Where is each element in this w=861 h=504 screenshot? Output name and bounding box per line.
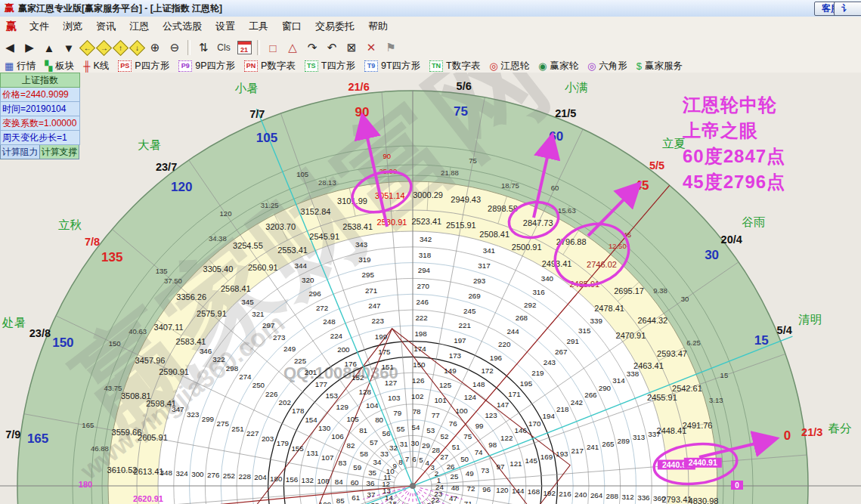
svg-text:31: 31	[400, 440, 408, 448]
calc-resistance-button[interactable]: 计算阻力	[0, 145, 40, 159]
svg-text:21/3: 21/3	[801, 426, 822, 438]
board-icon[interactable]: ⚑	[382, 39, 400, 57]
square-tool-icon[interactable]: □	[264, 39, 282, 57]
quote-button[interactable]: ▦行情	[2, 60, 39, 73]
svg-text:2538.41: 2538.41	[342, 222, 373, 231]
winner-wheel-button[interactable]: ◉赢家轮	[535, 60, 581, 73]
menu-bar: 赢 文件浏览资讯江恩公式选股设置工具窗口交易委托帮助	[0, 17, 861, 37]
svg-text:132: 132	[302, 476, 314, 484]
9p-square-button[interactable]: P99P四方形	[175, 60, 238, 73]
svg-text:178: 178	[292, 407, 305, 415]
diamond-down-icon[interactable]: ↓	[129, 40, 144, 55]
svg-text:340: 340	[541, 274, 554, 283]
menu-item-资讯[interactable]: 资讯	[89, 18, 122, 34]
sector-button[interactable]: ▚板块	[42, 60, 77, 73]
menu-item-浏览[interactable]: 浏览	[56, 18, 89, 34]
svg-text:31.25: 31.25	[261, 201, 279, 209]
rotate-ccw-icon[interactable]: ↶	[323, 39, 341, 57]
svg-text:34: 34	[373, 458, 381, 466]
annotation-line: 60度2847点	[683, 144, 785, 169]
hexagon-button[interactable]: ◎六角形	[584, 60, 630, 73]
svg-text:28: 28	[432, 446, 440, 454]
svg-text:2568.41: 2568.41	[221, 284, 251, 293]
menu-item-设置[interactable]: 设置	[209, 18, 242, 34]
svg-text:274: 274	[239, 373, 252, 381]
calendar-icon[interactable]: 21	[235, 39, 253, 57]
menu-item-帮助[interactable]: 帮助	[361, 18, 395, 34]
index-name: 上证指数	[0, 73, 80, 88]
menu-item-交易委托[interactable]: 交易委托	[308, 18, 361, 34]
t-square-button[interactable]: TST四方形	[302, 60, 358, 73]
svg-text:3508.81: 3508.81	[121, 391, 151, 400]
svg-text:128: 128	[359, 388, 372, 396]
service-button[interactable]: $赢家服务	[633, 60, 686, 73]
svg-text:345: 345	[241, 298, 254, 306]
gann-wheel-button[interactable]: ◎江恩轮	[486, 60, 532, 73]
p-square-button[interactable]: PSP四方形	[115, 60, 172, 73]
svg-text:45: 45	[635, 178, 649, 193]
forward-icon[interactable]: ▶	[20, 39, 39, 57]
svg-text:2644.32: 2644.32	[637, 316, 667, 325]
menu-item-文件[interactable]: 文件	[23, 18, 56, 34]
t-table-button[interactable]: TNT数字表	[426, 60, 483, 73]
svg-text:120: 120	[496, 486, 509, 494]
svg-text:242: 242	[571, 398, 583, 407]
partial-button[interactable]: 讠	[834, 2, 861, 16]
annotation-line: 江恩轮中轮	[683, 92, 785, 118]
svg-text:4: 4	[426, 459, 430, 467]
svg-text:271: 271	[365, 286, 377, 295]
p-table-button-label: P数字表	[261, 60, 296, 73]
zoom-out-icon[interactable]: ⊖	[166, 39, 184, 57]
menu-item-窗口[interactable]: 窗口	[275, 18, 308, 34]
cross-box-icon[interactable]: ⊠	[342, 39, 361, 57]
back-icon[interactable]: ◀	[1, 39, 19, 57]
svg-text:300: 300	[191, 470, 204, 478]
svg-text:155: 155	[291, 444, 304, 453]
svg-text:72: 72	[466, 484, 475, 493]
menu-item-公式选股[interactable]: 公式选股	[156, 18, 209, 34]
updown-icon[interactable]: ⇅	[194, 39, 212, 57]
cls-button[interactable]: Cls	[214, 39, 234, 57]
svg-text:3203.70: 3203.70	[265, 222, 296, 231]
annotation-line: 45度2796点	[683, 169, 785, 195]
diamond-left-icon[interactable]: ←	[79, 40, 94, 55]
svg-text:9.38: 9.38	[653, 286, 667, 295]
svg-text:240: 240	[575, 490, 587, 499]
svg-text:292: 292	[524, 301, 536, 309]
triangle-tool-icon[interactable]: △	[283, 39, 302, 57]
gann-wheel-button-icon: ◎	[489, 61, 497, 71]
svg-text:342: 342	[420, 235, 432, 243]
svg-text:269: 269	[468, 292, 480, 300]
svg-text:3305.40: 3305.40	[203, 264, 234, 274]
svg-text:5/5: 5/5	[649, 159, 664, 172]
svg-text:339: 339	[590, 317, 602, 325]
svg-text:0: 0	[735, 481, 739, 490]
up-icon[interactable]: ▲	[40, 39, 58, 57]
p-table-button[interactable]: PNP数字表	[241, 60, 299, 73]
svg-text:98: 98	[488, 441, 497, 449]
rotate-cw-icon[interactable]: ↷	[303, 39, 321, 57]
9t-square-button[interactable]: T99T四方形	[361, 60, 423, 73]
diamond-right-icon[interactable]: →	[96, 40, 111, 55]
menu-item-江恩[interactable]: 江恩	[122, 18, 156, 34]
svg-text:192: 192	[544, 489, 556, 497]
menu-item-工具[interactable]: 工具	[242, 18, 275, 34]
svg-text:83: 83	[339, 459, 347, 467]
svg-text:180: 180	[79, 480, 92, 489]
svg-text:124: 124	[464, 393, 477, 401]
kline-button-icon: ╫	[83, 61, 90, 71]
zoom-in-icon[interactable]: ⊕	[146, 39, 164, 57]
kline-button[interactable]: ╫K线	[80, 60, 112, 73]
calc-support-button[interactable]: 计算支撑	[40, 145, 79, 159]
converge-icon[interactable]: ✕	[362, 39, 380, 57]
down-icon[interactable]: ▼	[60, 39, 78, 57]
svg-text:252: 252	[223, 472, 235, 480]
svg-text:3: 3	[431, 463, 435, 472]
svg-text:立秋: 立秋	[58, 218, 82, 231]
svg-text:2605.91: 2605.91	[138, 433, 168, 442]
svg-text:174: 174	[413, 345, 426, 353]
svg-text:46.88: 46.88	[91, 444, 109, 453]
svg-text:200: 200	[337, 345, 350, 354]
diamond-up-icon[interactable]: ↑	[113, 40, 128, 55]
svg-text:51: 51	[452, 443, 460, 451]
